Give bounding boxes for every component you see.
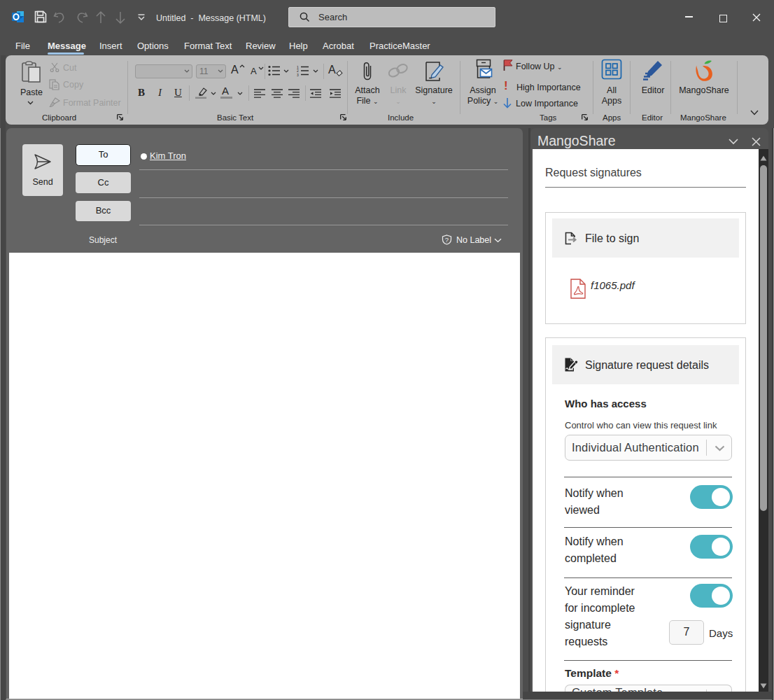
svg-text:3: 3 <box>297 73 299 77</box>
svg-text:?: ? <box>445 236 449 244</box>
